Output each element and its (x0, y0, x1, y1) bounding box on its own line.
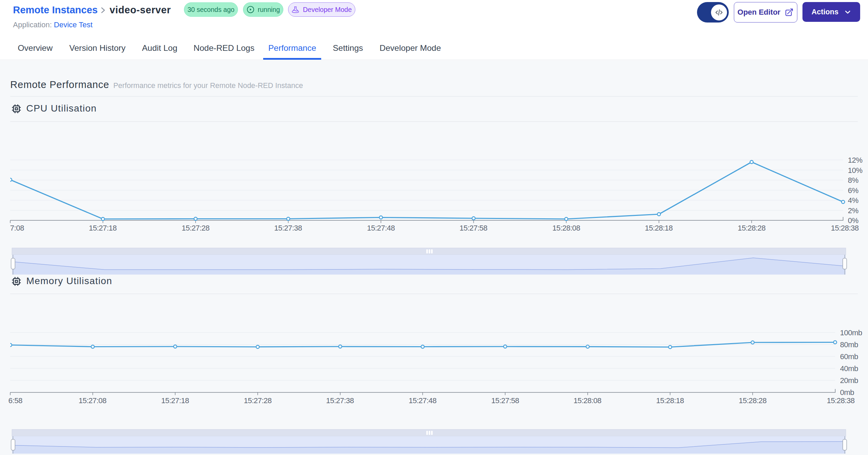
svg-text:15:27:38: 15:27:38 (326, 396, 354, 405)
svg-text:15:27:48: 15:27:48 (367, 224, 395, 232)
svg-text:15:28:28: 15:28:28 (738, 224, 766, 232)
svg-text:15:28:08: 15:28:08 (573, 396, 601, 405)
svg-text:15:27:08: 15:27:08 (79, 396, 106, 405)
svg-text:15:28:38: 15:28:38 (831, 224, 859, 232)
svg-text:15:27:58: 15:27:58 (491, 396, 519, 405)
svg-text:15:27:18: 15:27:18 (161, 396, 189, 405)
svg-text:2%: 2% (848, 206, 858, 215)
svg-text:20mb: 20mb (840, 376, 858, 385)
svg-text:10%: 10% (848, 166, 863, 175)
svg-text:15:27:38: 15:27:38 (274, 224, 302, 232)
svg-text:8%: 8% (848, 176, 858, 185)
svg-text:100mb: 100mb (840, 328, 862, 337)
svg-text:15:27:28: 15:27:28 (182, 224, 210, 232)
svg-text:6:58: 6:58 (9, 396, 23, 405)
svg-text:40mb: 40mb (840, 364, 858, 373)
svg-text:60mb: 60mb (840, 352, 858, 361)
svg-text:15:28:38: 15:28:38 (827, 396, 855, 405)
svg-text:15:27:58: 15:27:58 (459, 224, 487, 232)
svg-text:7:08: 7:08 (10, 224, 24, 232)
svg-text:0%: 0% (848, 216, 858, 225)
svg-text:15:28:28: 15:28:28 (739, 396, 767, 405)
svg-text:15:27:28: 15:27:28 (244, 396, 272, 405)
svg-text:4%: 4% (848, 196, 858, 205)
svg-text:15:28:18: 15:28:18 (645, 224, 673, 232)
svg-text:0mb: 0mb (840, 388, 854, 397)
svg-text:80mb: 80mb (840, 340, 858, 349)
svg-text:15:28:18: 15:28:18 (656, 396, 684, 405)
svg-text:15:28:08: 15:28:08 (552, 224, 580, 232)
svg-text:6%: 6% (848, 186, 858, 195)
svg-text:15:27:18: 15:27:18 (89, 224, 117, 232)
svg-text:12%: 12% (848, 156, 863, 164)
svg-text:15:27:48: 15:27:48 (409, 396, 437, 405)
